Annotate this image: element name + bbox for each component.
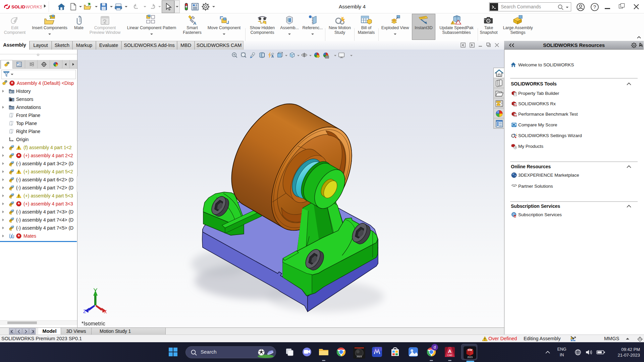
svg-text:2023: 2023 — [357, 355, 362, 358]
svg-text:sw: sw — [514, 215, 516, 217]
svg-text:WORKS: WORKS — [25, 4, 42, 9]
svg-text:A: A — [10, 107, 12, 109]
svg-text:A: A — [448, 348, 452, 354]
svg-text:A: A — [193, 21, 197, 25]
svg-text:A: A — [271, 55, 274, 58]
svg-text:SOLID: SOLID — [11, 4, 25, 9]
svg-text:Z: Z — [83, 309, 86, 314]
svg-text:CAD: CAD — [447, 354, 452, 356]
svg-text:!: ! — [452, 21, 453, 24]
svg-text:2023: 2023 — [467, 356, 473, 358]
svg-text:?: ? — [593, 4, 596, 10]
svg-text:Rx: Rx — [514, 104, 517, 106]
svg-text:SW: SW — [468, 348, 473, 352]
svg-text:Rx: Rx — [514, 114, 517, 117]
svg-text:X: X — [104, 309, 107, 315]
